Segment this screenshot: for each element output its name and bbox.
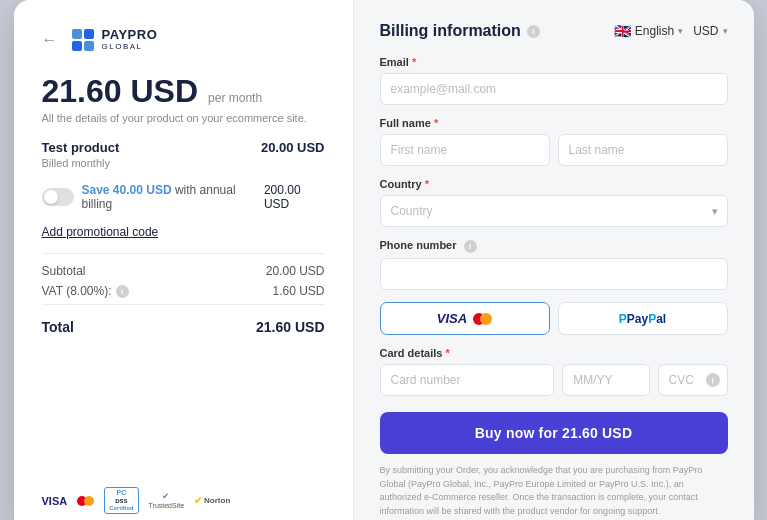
price-description: All the details of your product on your … <box>42 112 325 124</box>
subtotal-row: Subtotal 20.00 USD <box>42 264 325 278</box>
annual-billing-toggle-row: Save 40.00 USD with annual billing 200.0… <box>42 183 325 211</box>
divider-1 <box>42 253 325 254</box>
cvc-info-icon[interactable]: i <box>706 373 720 387</box>
subtotal-label: Subtotal <box>42 264 86 278</box>
buy-now-button[interactable]: Buy now for 21.60 USD <box>380 412 728 454</box>
left-panel: ← PAYPRO GLOBAL 21.60 USD per month All … <box>14 0 354 520</box>
trust-badges: VISA PC DSS Certified ✔ TrustedSite ✔ No… <box>42 487 325 514</box>
mastercard-icon <box>473 313 492 325</box>
card-expiry-wrap <box>562 364 649 396</box>
product-row: Test product 20.00 USD <box>42 140 325 155</box>
card-cvc-wrap: i <box>658 364 728 396</box>
billing-frequency: Billed monthly <box>42 157 325 169</box>
back-button[interactable]: ← <box>42 31 58 49</box>
language-selector[interactable]: 🇬🇧 English ▾ <box>614 23 683 39</box>
payment-methods: VISA PPayPal <box>380 302 728 335</box>
total-value: 21.60 USD <box>256 319 324 335</box>
email-label: Email * <box>380 56 728 68</box>
vat-label: VAT (8.00%): i <box>42 284 129 298</box>
lastname-input[interactable] <box>558 134 728 166</box>
country-group: Country * Country ▾ <box>380 178 728 227</box>
paypro-logo-icon <box>72 29 94 51</box>
currency-selector[interactable]: USD ▾ <box>693 24 727 38</box>
billing-info-icon[interactable]: i <box>527 25 540 38</box>
norton-badge: ✔ Norton <box>194 495 230 506</box>
save-amount: Save 40.00 USD <box>82 183 172 197</box>
phone-info-icon[interactable]: i <box>464 240 477 253</box>
card-label: Card details * <box>380 347 728 359</box>
currency-label: USD <box>693 24 718 38</box>
paypro-logo-text: PAYPRO GLOBAL <box>102 28 158 51</box>
language-label: English <box>635 24 674 38</box>
right-header: Billing information i 🇬🇧 English ▾ USD ▾ <box>380 22 728 40</box>
product-name: Test product <box>42 140 120 155</box>
logo-row: ← PAYPRO GLOBAL <box>42 28 325 51</box>
flag-icon: 🇬🇧 <box>614 23 631 39</box>
visa-payment-button[interactable]: VISA <box>380 302 550 335</box>
country-label: Country * <box>380 178 728 190</box>
pci-dss-badge: PC DSS Certified <box>104 487 138 514</box>
phone-input[interactable] <box>380 258 728 290</box>
total-label: Total <box>42 319 74 335</box>
phone-label: Phone number i <box>380 239 728 253</box>
paypal-icon: PPayPal <box>619 312 666 326</box>
subtotal-value: 20.00 USD <box>266 264 325 278</box>
visa-badge: VISA <box>42 495 68 507</box>
phone-group: Phone number i <box>380 239 728 290</box>
fullname-group: Full name * <box>380 117 728 166</box>
name-row <box>380 134 728 166</box>
card-number-input[interactable] <box>380 364 555 396</box>
divider-2 <box>42 304 325 305</box>
card-details-group: Card details * i <box>380 347 728 396</box>
vat-info-icon[interactable]: i <box>116 285 129 298</box>
fullname-label: Full name * <box>380 117 728 129</box>
currency-chevron-icon: ▾ <box>723 26 728 36</box>
lang-chevron-icon: ▾ <box>678 26 683 36</box>
country-select[interactable]: Country <box>380 195 728 227</box>
card-number-wrap <box>380 364 555 396</box>
billing-title: Billing information i <box>380 22 540 40</box>
annual-billing-label: Save 40.00 USD with annual billing <box>82 183 256 211</box>
mastercard-badge <box>77 496 94 506</box>
paypal-payment-button[interactable]: PPayPal <box>558 302 728 335</box>
toggle-knob <box>44 190 58 204</box>
vat-value: 1.60 USD <box>272 284 324 298</box>
vat-row: VAT (8.00%): i 1.60 USD <box>42 284 325 298</box>
visa-icon: VISA <box>437 311 467 326</box>
right-panel: Billing information i 🇬🇧 English ▾ USD ▾… <box>354 0 754 520</box>
legal-text: By submitting your Order, you acknowledg… <box>380 464 728 518</box>
firstname-input[interactable] <box>380 134 550 166</box>
product-price: 20.00 USD <box>261 140 325 155</box>
total-row: Total 21.60 USD <box>42 319 325 335</box>
main-price: 21.60 USD per month <box>42 73 325 110</box>
card-expiry-input[interactable] <box>562 364 649 396</box>
email-group: Email * <box>380 56 728 105</box>
annual-billing-toggle[interactable] <box>42 188 74 206</box>
country-select-wrapper: Country ▾ <box>380 195 728 227</box>
card-row: i <box>380 364 728 396</box>
trustedsite-badge: ✔ TrustedSite <box>149 491 185 510</box>
promo-code-link[interactable]: Add promotional code <box>42 225 325 239</box>
right-controls: 🇬🇧 English ▾ USD ▾ <box>614 23 728 39</box>
email-input[interactable] <box>380 73 728 105</box>
annual-price: 200.00 USD <box>264 183 325 211</box>
